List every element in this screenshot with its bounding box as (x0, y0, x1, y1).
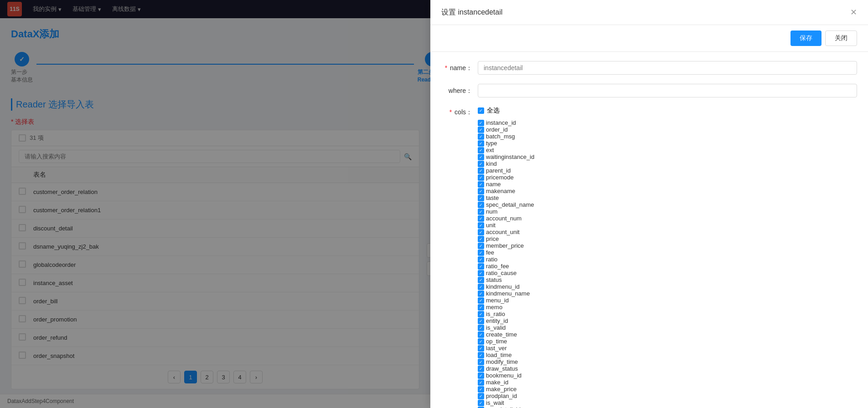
col-checkbox[interactable]: ✓ (478, 304, 484, 311)
col-checkbox[interactable]: ✓ (478, 215, 484, 222)
col-checkbox[interactable]: ✓ (478, 393, 484, 399)
save-button[interactable]: 保存 (790, 31, 822, 46)
col-item: ✓ratio_fee (478, 263, 549, 270)
col-checkbox[interactable]: ✓ (478, 372, 484, 379)
col-item: ✓op_time (478, 338, 549, 345)
col-item: ✓kindmenu_name (478, 290, 549, 297)
col-item: ✓ext (478, 147, 549, 153)
col-checkbox[interactable]: ✓ (478, 345, 484, 352)
col-checkbox[interactable]: ✓ (478, 311, 484, 317)
col-item: ✓ratio_cause (478, 270, 549, 276)
col-checkbox[interactable]: ✓ (478, 181, 484, 188)
col-item: ✓name (478, 181, 549, 188)
col-checkbox[interactable]: ✓ (478, 325, 484, 331)
col-checkbox[interactable]: ✓ (478, 352, 484, 358)
col-checkbox[interactable]: ✓ (478, 202, 484, 208)
col-checkbox[interactable]: ✓ (478, 140, 484, 147)
cols-required-star: * (450, 108, 452, 116)
col-checkbox[interactable]: ✓ (478, 359, 484, 365)
modal-title: 设置 instancedetail (441, 8, 502, 17)
col-checkbox[interactable]: ✓ (478, 250, 484, 256)
col-item: ✓account_num (478, 215, 549, 222)
close-button[interactable]: 关闭 (825, 31, 857, 46)
col-checkbox[interactable]: ✓ (478, 147, 484, 153)
col-checkbox[interactable]: ✓ (478, 297, 484, 304)
col-checkbox[interactable]: ✓ (478, 120, 484, 126)
cols-section: * cols： ✓ 全选 ✓instance_id✓order_id✓batch… (441, 107, 857, 398)
name-input[interactable] (478, 61, 857, 75)
name-form-row: * name： (441, 61, 857, 75)
cols-select-all-row: ✓ 全选 (478, 107, 857, 115)
col-item: ✓order_id (478, 126, 549, 133)
col-checkbox[interactable]: ✓ (478, 366, 484, 372)
where-form-row: where： (441, 84, 857, 97)
col-checkbox[interactable]: ✓ (478, 332, 484, 338)
col-checkbox[interactable]: ✓ (478, 154, 484, 160)
col-item: ✓unit (478, 222, 549, 229)
col-item: ✓pricemode (478, 174, 549, 181)
col-checkbox[interactable]: ✓ (478, 379, 484, 386)
col-item: ✓draw_status (478, 365, 549, 372)
col-item: ✓waitinginstance_id (478, 153, 549, 160)
col-checkbox[interactable]: ✓ (478, 174, 484, 181)
col-item: ✓is_ratio (478, 311, 549, 317)
col-checkbox[interactable]: ✓ (478, 127, 484, 133)
col-item: ✓kindmenu_id (478, 283, 549, 290)
col-item: ✓status (478, 276, 549, 283)
col-item: ✓is_valid (478, 324, 549, 331)
col-checkbox[interactable]: ✓ (478, 243, 484, 249)
col-item: ✓bookmenu_id (478, 372, 549, 379)
cols-select-all-checkbox[interactable]: ✓ (478, 107, 484, 114)
col-item: ✓fee (478, 249, 549, 256)
col-checkbox[interactable]: ✓ (478, 277, 484, 283)
col-item: ✓memo (478, 304, 549, 311)
col-checkbox[interactable]: ✓ (478, 236, 484, 242)
cols-label: * cols： (441, 107, 478, 117)
name-label: * name： (441, 61, 478, 72)
col-item: ✓account_unit (478, 229, 549, 235)
col-item: ✓spec_detail_name (478, 201, 549, 208)
col-item: ✓member_price (478, 242, 549, 249)
col-item: ✓price (478, 235, 549, 242)
col-checkbox[interactable]: ✓ (478, 195, 484, 201)
cols-content: ✓ 全选 ✓instance_id✓order_id✓batch_msg✓typ… (478, 107, 857, 398)
col-checkbox[interactable]: ✓ (478, 168, 484, 174)
col-item: ✓prodplan_id (478, 393, 549, 398)
modal-action-bar: 保存 关闭 (430, 25, 868, 52)
col-checkbox[interactable]: ✓ (478, 222, 484, 229)
col-checkbox[interactable]: ✓ (478, 209, 484, 215)
col-item: ✓ratio (478, 256, 549, 263)
col-item: ✓kind (478, 160, 549, 167)
col-item: ✓last_ver (478, 345, 549, 352)
modal-close-button[interactable]: ✕ (850, 7, 857, 17)
col-item: ✓modify_time (478, 358, 549, 365)
col-item: ✓load_time (478, 352, 549, 358)
col-item: ✓batch_msg (478, 133, 549, 140)
col-item: ✓makename (478, 188, 549, 194)
where-label: where： (441, 84, 478, 95)
col-item: ✓taste (478, 194, 549, 201)
col-item: ✓num (478, 208, 549, 215)
where-input[interactable] (478, 84, 857, 97)
col-checkbox[interactable]: ✓ (478, 270, 484, 276)
col-checkbox[interactable]: ✓ (478, 263, 484, 270)
col-checkbox[interactable]: ✓ (478, 188, 484, 194)
name-required-star: * (445, 64, 447, 71)
col-checkbox[interactable]: ✓ (478, 338, 484, 345)
col-item: ✓entity_id (478, 317, 549, 324)
col-checkbox[interactable]: ✓ (478, 284, 484, 290)
col-checkbox[interactable]: ✓ (478, 133, 484, 140)
col-checkbox[interactable]: ✓ (478, 256, 484, 263)
modal-body: * name： where： * cols： ✓ 全选 ✓instanc (430, 52, 868, 398)
col-checkbox[interactable]: ✓ (478, 386, 484, 393)
col-item: ✓type (478, 140, 549, 147)
col-checkbox[interactable]: ✓ (478, 291, 484, 297)
col-checkbox[interactable]: ✓ (478, 161, 484, 167)
col-item: ✓menu_id (478, 297, 549, 304)
col-checkbox[interactable]: ✓ (478, 318, 484, 324)
col-item: ✓parent_id (478, 167, 549, 174)
modal-instancedetail: 设置 instancedetail ✕ 保存 关闭 * name： where：… (430, 0, 868, 398)
col-checkbox[interactable]: ✓ (478, 229, 484, 235)
modal-header: 设置 instancedetail ✕ (430, 0, 868, 25)
col-item: ✓create_time (478, 331, 549, 338)
